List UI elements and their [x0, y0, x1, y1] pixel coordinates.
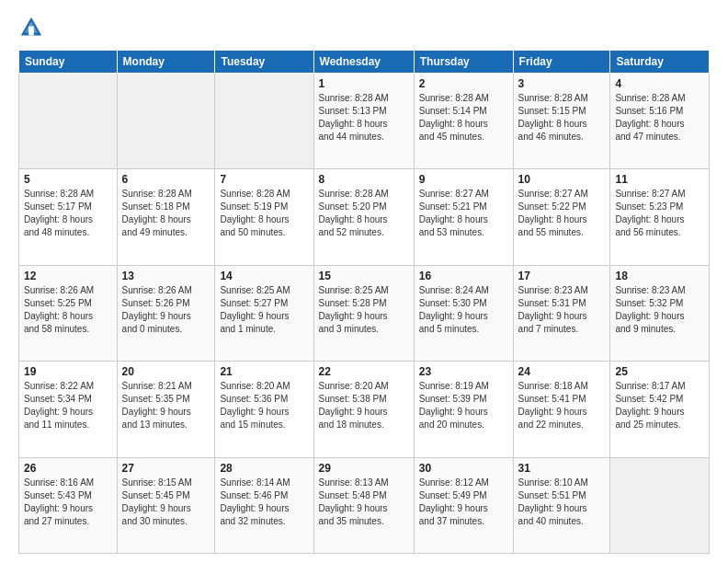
logo — [18, 15, 48, 40]
day-number: 24 — [518, 365, 606, 378]
col-header-friday: Friday — [513, 51, 610, 74]
col-header-wednesday: Wednesday — [313, 51, 414, 74]
day-number: 13 — [122, 270, 210, 282]
day-info: Sunrise: 8:28 AM Sunset: 5:13 PM Dayligh… — [319, 92, 409, 144]
day-number: 8 — [319, 173, 409, 186]
col-header-tuesday: Tuesday — [215, 51, 313, 74]
calendar-cell: 7Sunrise: 8:28 AM Sunset: 5:19 PM Daylig… — [215, 169, 313, 265]
calendar-cell — [19, 74, 118, 169]
calendar-cell: 3Sunrise: 8:28 AM Sunset: 5:15 PM Daylig… — [513, 74, 610, 169]
day-number: 4 — [615, 77, 704, 90]
day-info: Sunrise: 8:28 AM Sunset: 5:15 PM Dayligh… — [518, 92, 606, 144]
logo-icon — [18, 15, 44, 40]
week-row-1: 1Sunrise: 8:28 AM Sunset: 5:13 PM Daylig… — [19, 74, 710, 169]
calendar-cell: 6Sunrise: 8:28 AM Sunset: 5:18 PM Daylig… — [117, 169, 215, 265]
day-info: Sunrise: 8:20 AM Sunset: 5:38 PM Dayligh… — [319, 380, 409, 431]
day-number: 16 — [419, 270, 508, 282]
day-info: Sunrise: 8:19 AM Sunset: 5:39 PM Dayligh… — [419, 380, 508, 431]
col-header-thursday: Thursday — [414, 51, 513, 74]
col-header-sunday: Sunday — [19, 51, 118, 74]
calendar-cell: 30Sunrise: 8:12 AM Sunset: 5:49 PM Dayli… — [414, 457, 513, 553]
day-info: Sunrise: 8:26 AM Sunset: 5:25 PM Dayligh… — [24, 284, 112, 336]
calendar-cell: 1Sunrise: 8:28 AM Sunset: 5:13 PM Daylig… — [313, 74, 414, 169]
calendar-cell: 13Sunrise: 8:26 AM Sunset: 5:26 PM Dayli… — [117, 265, 215, 361]
day-number: 27 — [122, 462, 210, 475]
calendar-cell: 15Sunrise: 8:25 AM Sunset: 5:28 PM Dayli… — [313, 265, 414, 361]
day-info: Sunrise: 8:28 AM Sunset: 5:18 PM Dayligh… — [122, 188, 210, 239]
day-number: 9 — [419, 173, 508, 186]
day-info: Sunrise: 8:22 AM Sunset: 5:34 PM Dayligh… — [24, 380, 112, 431]
day-info: Sunrise: 8:17 AM Sunset: 5:42 PM Dayligh… — [615, 380, 704, 431]
week-row-3: 12Sunrise: 8:26 AM Sunset: 5:25 PM Dayli… — [19, 265, 710, 361]
day-number: 23 — [419, 365, 508, 378]
day-number: 21 — [220, 365, 308, 378]
day-info: Sunrise: 8:14 AM Sunset: 5:46 PM Dayligh… — [220, 477, 308, 528]
calendar-cell: 27Sunrise: 8:15 AM Sunset: 5:45 PM Dayli… — [117, 457, 215, 553]
day-info: Sunrise: 8:16 AM Sunset: 5:43 PM Dayligh… — [24, 477, 112, 528]
calendar-cell: 20Sunrise: 8:21 AM Sunset: 5:35 PM Dayli… — [117, 362, 215, 457]
day-number: 7 — [220, 173, 308, 186]
day-number: 30 — [419, 462, 508, 475]
day-info: Sunrise: 8:27 AM Sunset: 5:22 PM Dayligh… — [518, 188, 606, 239]
day-info: Sunrise: 8:27 AM Sunset: 5:21 PM Dayligh… — [419, 188, 508, 239]
day-number: 12 — [24, 270, 112, 282]
day-number: 14 — [220, 270, 308, 282]
day-info: Sunrise: 8:23 AM Sunset: 5:31 PM Dayligh… — [518, 284, 606, 336]
day-info: Sunrise: 8:28 AM Sunset: 5:17 PM Dayligh… — [24, 188, 112, 239]
day-number: 28 — [220, 462, 308, 475]
day-number: 10 — [518, 173, 606, 186]
day-number: 31 — [518, 462, 606, 475]
calendar-cell: 10Sunrise: 8:27 AM Sunset: 5:22 PM Dayli… — [513, 169, 610, 265]
day-number: 18 — [615, 270, 704, 282]
svg-rect-2 — [28, 27, 34, 36]
day-info: Sunrise: 8:18 AM Sunset: 5:41 PM Dayligh… — [518, 380, 606, 431]
day-number: 25 — [615, 365, 704, 378]
calendar-table: SundayMondayTuesdayWednesdayThursdayFrid… — [18, 50, 710, 554]
day-info: Sunrise: 8:21 AM Sunset: 5:35 PM Dayligh… — [122, 380, 210, 431]
week-row-4: 19Sunrise: 8:22 AM Sunset: 5:34 PM Dayli… — [19, 362, 710, 457]
day-number: 26 — [24, 462, 112, 475]
day-info: Sunrise: 8:13 AM Sunset: 5:48 PM Dayligh… — [319, 477, 409, 528]
day-info: Sunrise: 8:28 AM Sunset: 5:20 PM Dayligh… — [319, 188, 409, 239]
day-number: 1 — [319, 77, 409, 90]
calendar-cell — [215, 74, 313, 169]
calendar-cell: 25Sunrise: 8:17 AM Sunset: 5:42 PM Dayli… — [610, 362, 710, 457]
day-number: 17 — [518, 270, 606, 282]
day-number: 3 — [518, 77, 606, 90]
calendar-cell: 8Sunrise: 8:28 AM Sunset: 5:20 PM Daylig… — [313, 169, 414, 265]
calendar-cell: 29Sunrise: 8:13 AM Sunset: 5:48 PM Dayli… — [313, 457, 414, 553]
week-row-2: 5Sunrise: 8:28 AM Sunset: 5:17 PM Daylig… — [19, 169, 710, 265]
calendar-cell: 4Sunrise: 8:28 AM Sunset: 5:16 PM Daylig… — [610, 74, 710, 169]
day-info: Sunrise: 8:24 AM Sunset: 5:30 PM Dayligh… — [419, 284, 508, 336]
calendar-cell: 19Sunrise: 8:22 AM Sunset: 5:34 PM Dayli… — [19, 362, 118, 457]
calendar-cell — [117, 74, 215, 169]
calendar-cell: 31Sunrise: 8:10 AM Sunset: 5:51 PM Dayli… — [513, 457, 610, 553]
day-info: Sunrise: 8:12 AM Sunset: 5:49 PM Dayligh… — [419, 477, 508, 528]
calendar-cell: 11Sunrise: 8:27 AM Sunset: 5:23 PM Dayli… — [610, 169, 710, 265]
calendar-cell: 14Sunrise: 8:25 AM Sunset: 5:27 PM Dayli… — [215, 265, 313, 361]
calendar-cell — [610, 457, 710, 553]
day-info: Sunrise: 8:26 AM Sunset: 5:26 PM Dayligh… — [122, 284, 210, 336]
calendar-cell: 18Sunrise: 8:23 AM Sunset: 5:32 PM Dayli… — [610, 265, 710, 361]
day-number: 5 — [24, 173, 112, 186]
calendar-cell: 17Sunrise: 8:23 AM Sunset: 5:31 PM Dayli… — [513, 265, 610, 361]
page: SundayMondayTuesdayWednesdayThursdayFrid… — [0, 0, 728, 563]
day-info: Sunrise: 8:15 AM Sunset: 5:45 PM Dayligh… — [122, 477, 210, 528]
calendar-cell: 22Sunrise: 8:20 AM Sunset: 5:38 PM Dayli… — [313, 362, 414, 457]
day-info: Sunrise: 8:28 AM Sunset: 5:19 PM Dayligh… — [220, 188, 308, 239]
day-number: 22 — [319, 365, 409, 378]
day-info: Sunrise: 8:27 AM Sunset: 5:23 PM Dayligh… — [615, 188, 704, 239]
day-info: Sunrise: 8:25 AM Sunset: 5:27 PM Dayligh… — [220, 284, 308, 336]
day-number: 2 — [419, 77, 508, 90]
day-info: Sunrise: 8:28 AM Sunset: 5:16 PM Dayligh… — [615, 92, 704, 144]
day-number: 29 — [319, 462, 409, 475]
calendar-cell: 5Sunrise: 8:28 AM Sunset: 5:17 PM Daylig… — [19, 169, 118, 265]
header — [18, 15, 710, 40]
calendar-cell: 24Sunrise: 8:18 AM Sunset: 5:41 PM Dayli… — [513, 362, 610, 457]
calendar-cell: 23Sunrise: 8:19 AM Sunset: 5:39 PM Dayli… — [414, 362, 513, 457]
day-info: Sunrise: 8:20 AM Sunset: 5:36 PM Dayligh… — [220, 380, 308, 431]
day-info: Sunrise: 8:10 AM Sunset: 5:51 PM Dayligh… — [518, 477, 606, 528]
calendar-cell: 2Sunrise: 8:28 AM Sunset: 5:14 PM Daylig… — [414, 74, 513, 169]
day-number: 19 — [24, 365, 112, 378]
day-number: 11 — [615, 173, 704, 186]
